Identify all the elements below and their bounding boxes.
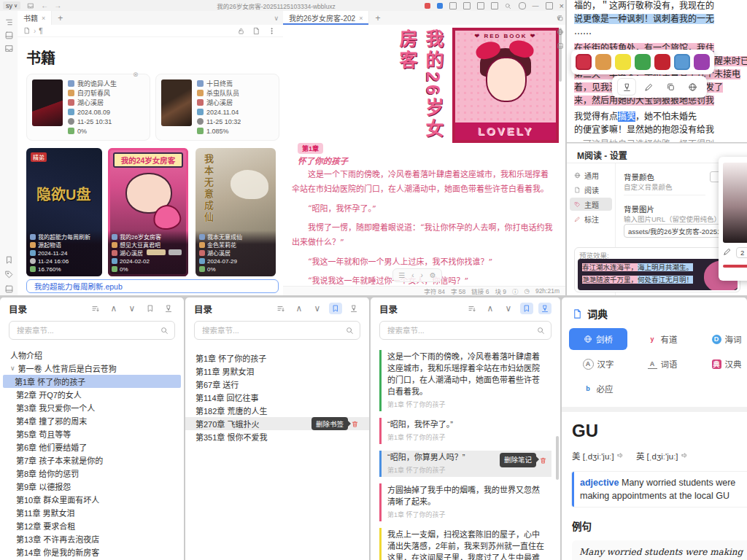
reader-settings-icon[interactable]: ⚙: [430, 271, 436, 279]
panel-scrollbar[interactable]: [556, 436, 559, 480]
more-menu-icon[interactable]: [268, 27, 276, 35]
annotation-card[interactable]: “昭阳，我怀孕了。”第1章 怀了你的孩子: [379, 418, 551, 444]
highlighter-icon[interactable]: [618, 79, 635, 95]
inbox-icon[interactable]: [4, 43, 14, 53]
speaker-icon[interactable]: [681, 451, 689, 459]
bookmark-filter-icon[interactable]: [329, 303, 342, 314]
toc-search-input[interactable]: [15, 325, 156, 335]
book-cover[interactable]: 我本无意成仙 我本无意成仙 金色茉莉花 湖心溪居 2024-07-29 0%: [196, 148, 276, 276]
outline-icon[interactable]: [4, 30, 14, 40]
toc-item[interactable]: 第3章 我只爱你一个人: [0, 401, 184, 414]
collapse-up-icon[interactable]: ∧: [293, 303, 306, 314]
toc-item[interactable]: 第5章 苟且等等: [0, 427, 184, 440]
epub-link[interactable]: 我的超能力每周刷新.epub: [26, 279, 279, 293]
toc-item[interactable]: 第13章 不许再去泡夜店: [0, 532, 184, 545]
export-icon[interactable]: [449, 2, 457, 9]
nav-forward-button[interactable]: →: [54, 1, 61, 9]
color-swatch-red[interactable]: [576, 54, 592, 70]
toc-float-icon[interactable]: ☰: [398, 271, 405, 279]
tab-books[interactable]: 书籍×: [18, 11, 52, 25]
highlight-filter-icon[interactable]: [162, 303, 175, 314]
source-tab-youdao[interactable]: y有道: [633, 328, 692, 350]
bookmark-item[interactable]: 第182章 荒唐的人生: [185, 404, 369, 417]
breadcrumb-item[interactable]: ¶: [39, 27, 42, 35]
color-swatch-crimson[interactable]: [654, 54, 670, 70]
pencil-icon[interactable]: [640, 79, 657, 95]
color-hue-bar[interactable]: [723, 265, 747, 268]
globe-icon[interactable]: [684, 79, 701, 95]
color-value-input[interactable]: [736, 247, 747, 258]
color-swatch-orange[interactable]: [595, 54, 611, 70]
cover-mini-button[interactable]: [169, 249, 182, 255]
toc-item[interactable]: 第10章 群众里面有坏人: [0, 493, 184, 506]
book-card[interactable]: 十日终焉 杀虫队队员 湖心溪居 2024.11.04 11-25 10:32 1…: [155, 74, 279, 141]
toc-volume-item[interactable]: ∨第一卷 人性背后是白云苍狗: [0, 362, 184, 375]
card-remove-icon[interactable]: ⊗: [133, 71, 139, 78]
color-swatch-green[interactable]: [635, 54, 651, 70]
search-icon[interactable]: [505, 3, 512, 9]
tab-reader[interactable]: 我的26岁女房客-202×: [283, 11, 369, 25]
app-menu-button[interactable]: sy∨: [3, 1, 20, 9]
source-tab-haici[interactable]: D海词: [697, 328, 747, 350]
collapse-up-icon[interactable]: ∧: [107, 303, 120, 314]
tag-icon[interactable]: [4, 269, 14, 279]
new-tab-button[interactable]: +: [58, 13, 63, 23]
new-tab-button[interactable]: +: [375, 13, 380, 23]
toc-item[interactable]: 第14章 你是我的新房客: [0, 545, 184, 559]
settings-nav-general[interactable]: 通用: [570, 168, 612, 182]
copy-icon[interactable]: [662, 79, 679, 95]
nav-back-button[interactable]: ←: [41, 1, 48, 9]
settings-nav-reading[interactable]: 阅读: [570, 183, 612, 196]
bookmark-filter-icon[interactable]: [520, 303, 533, 314]
toc-item[interactable]: 第12章 要求合租: [0, 519, 184, 532]
bookmark-filter-icon[interactable]: [144, 303, 157, 314]
toc-item[interactable]: 第9章 以德报怨: [0, 480, 184, 493]
settings-nav-annotation[interactable]: 标注: [570, 212, 612, 225]
code-icon[interactable]: [463, 2, 471, 9]
bookmark-item[interactable]: 第11章 男默女泪: [185, 365, 369, 378]
sort-icon[interactable]: [274, 303, 287, 314]
sort-icon[interactable]: [89, 303, 102, 314]
bookmark-item[interactable]: 第114章 回忆往事: [185, 391, 369, 404]
toc-search-input[interactable]: [386, 325, 533, 335]
toc-item-selected[interactable]: 第1章 怀了你的孩子: [3, 375, 181, 388]
search-icon[interactable]: [346, 327, 354, 335]
expand-down-icon[interactable]: ∨: [311, 303, 324, 314]
source-tab-cambridge[interactable]: 剑桥: [569, 328, 627, 350]
link-icon[interactable]: [557, 28, 564, 36]
expand-down-icon[interactable]: ∨: [125, 303, 139, 314]
bookmark-item[interactable]: 第1章 怀了你的孩子: [185, 351, 369, 365]
annotation-card-hovered[interactable]: “昭阳，你算男人吗？” 删除笔记 第1章 怀了你的孩子: [379, 451, 551, 477]
search-icon[interactable]: [160, 327, 169, 335]
notification-red-icon[interactable]: [425, 3, 430, 9]
gallery-icon[interactable]: [491, 2, 498, 9]
bg-image-url-input[interactable]: [624, 224, 732, 238]
toc-item[interactable]: 第6章 他们要结婚了: [0, 440, 184, 454]
book-cover[interactable]: 精弟 隐欲U盘 我的超能力每周刷新 源起物语 2024-11-24 11-24 …: [26, 148, 102, 276]
book-card[interactable]: 我的诡异人生 白刃斩春风 湖心溪居 2024.08.09 11-25 10:31…: [26, 74, 150, 141]
bell-icon[interactable]: [477, 2, 484, 9]
source-tab-bing[interactable]: b必应: [569, 378, 627, 400]
trash-icon[interactable]: [351, 420, 359, 428]
search-icon[interactable]: [537, 327, 545, 335]
source-tab-handian[interactable]: 典汉典: [697, 353, 747, 375]
bookmark-item[interactable]: 第67章 送行: [185, 378, 369, 391]
chevron-down-icon[interactable]: ∨: [10, 365, 15, 372]
color-swatch-blue[interactable]: [674, 54, 690, 70]
prev-page-icon[interactable]: ‹: [411, 271, 414, 279]
bookmark-item[interactable]: 第351章 恨你不爱我: [185, 430, 369, 443]
toc-search-input[interactable]: [201, 325, 341, 335]
maximize-button[interactable]: [546, 2, 553, 9]
source-tab-ciyu[interactable]: A词语: [633, 353, 692, 375]
text-selection[interactable]: 搞笑: [618, 112, 635, 122]
book-cover[interactable]: 我的24岁女房客 我的26岁女房客 想见大豆真君吧 湖心溪居 2024-02-0…: [108, 148, 188, 276]
toc-item[interactable]: 第2章 开Q7的女人: [0, 388, 184, 401]
source-tab-hanzi[interactable]: A汉字: [569, 353, 627, 375]
bookmark-item-hovered[interactable]: 第270章 飞蛾扑火 删除书签: [185, 417, 369, 430]
highlight-filter-icon[interactable]: [347, 303, 360, 314]
unlock-icon[interactable]: [237, 27, 245, 35]
tab-list-chevron[interactable]: ∨: [274, 15, 279, 22]
sync-cloud-icon[interactable]: [26, 1, 35, 9]
bookmark-dock-icon[interactable]: [4, 254, 14, 265]
image-icon[interactable]: [557, 42, 564, 50]
